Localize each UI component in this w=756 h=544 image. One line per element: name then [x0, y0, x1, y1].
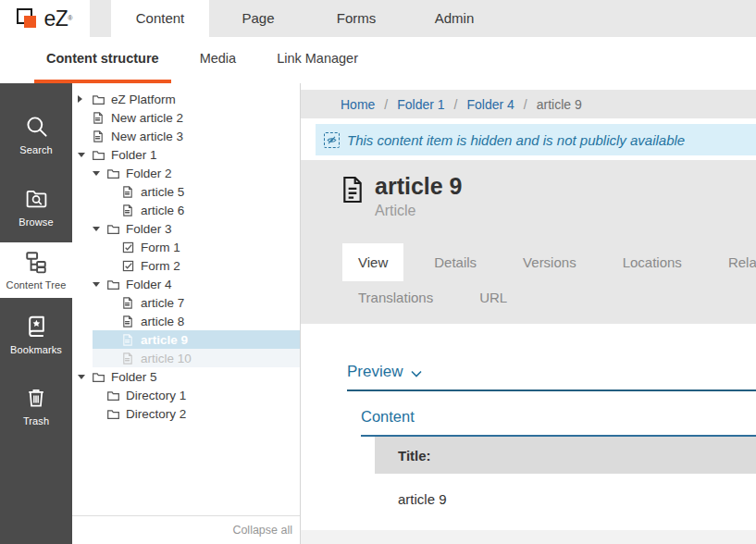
tree-item-article-9[interactable]: article 9	[72, 330, 300, 349]
tree-item-form-2[interactable]: Form 2	[72, 256, 300, 275]
breadcrumb-link-folder-4[interactable]: Folder 4	[467, 97, 514, 112]
content-tree-panel-list: eZ PlatformNew article 2New article 3Fol…	[72, 90, 300, 423]
tree-item-article-10[interactable]: article 10	[72, 349, 300, 367]
tree-indent	[78, 312, 93, 330]
page-title: article 9	[375, 173, 463, 199]
tree-indent	[78, 238, 93, 256]
folder-icon	[92, 93, 106, 106]
app-window: eZ ® Content Page Forms Admin Content st…	[0, 0, 756, 544]
article-icon	[92, 111, 106, 125]
breadcrumb-current-item: article 9	[537, 97, 582, 112]
collapse-arrow-icon[interactable]	[93, 282, 106, 287]
left-icon-sidebar: Search Browse	[0, 83, 72, 544]
tree-item-label: article 7	[141, 296, 184, 310]
tree-item-folder-1[interactable]: Folder 1	[72, 145, 300, 164]
tree-item-inner: article 9	[93, 330, 300, 349]
article-icon	[121, 315, 136, 328]
tree-indent	[93, 238, 107, 256]
article-icon	[121, 352, 136, 365]
sidebar-item-label: Content Tree	[6, 279, 67, 291]
tab-versions[interactable]: Versions	[507, 243, 592, 281]
article-icon	[121, 185, 136, 199]
topnav-tab-page[interactable]: Page	[209, 0, 307, 37]
tree-indent	[78, 182, 93, 201]
tree-item-new-article-2[interactable]: New article 2	[72, 108, 300, 127]
bookmarks-icon	[24, 314, 49, 339]
subnav-tab-link-manager[interactable]: Link Manager	[265, 37, 370, 83]
tree-item-inner: New article 2	[78, 108, 300, 127]
tree-item-folder-2[interactable]: Folder 2	[72, 164, 300, 182]
breadcrumb-link-folder-1[interactable]: Folder 1	[397, 97, 444, 112]
tree-indent	[78, 386, 93, 404]
tree-item-article-6[interactable]: article 6	[72, 201, 300, 219]
article-icon	[121, 204, 136, 217]
content-type-label: Article	[375, 203, 463, 219]
tree-indent	[93, 182, 107, 201]
collapse-arrow-icon[interactable]	[93, 227, 106, 231]
top-tabs: Content Page Forms Admin	[111, 0, 503, 37]
tree-item-inner: article 5	[93, 182, 300, 201]
tree-item-inner: article 10	[93, 349, 300, 367]
collapse-arrow-icon[interactable]	[93, 171, 106, 176]
tab-translations[interactable]: Translations	[342, 281, 449, 314]
tree-item-directory-2[interactable]: Directory 2	[72, 404, 300, 423]
preview-section-toggle[interactable]: Preview	[347, 363, 756, 391]
tree-indent	[93, 201, 107, 219]
expand-arrow-icon[interactable]	[78, 95, 92, 103]
topnav-tab-forms[interactable]: Forms	[307, 0, 405, 37]
tree-item-new-article-3[interactable]: New article 3	[72, 127, 300, 145]
tree-indent	[93, 312, 107, 330]
tree-item-label: Form 1	[141, 241, 180, 254]
sidebar-item-trash[interactable]: Trash	[0, 370, 72, 442]
tree-indent	[78, 349, 93, 367]
topnav-tab-content[interactable]: Content	[111, 0, 209, 37]
subnav-tab-content-structure[interactable]: Content structure	[34, 37, 171, 83]
sidebar-item-content-tree[interactable]: Content Tree	[0, 242, 72, 298]
tree-item-folder-5[interactable]: Folder 5	[72, 367, 300, 386]
tree-indent	[93, 349, 107, 367]
tree-item-inner: Directory 2	[78, 404, 300, 423]
tree-item-inner: eZ Platform	[78, 90, 300, 108]
sidebar-item-browse[interactable]: Browse	[0, 170, 72, 242]
hidden-eye-icon	[324, 132, 340, 148]
tree-item-form-1[interactable]: Form 1	[72, 238, 300, 256]
tree-item-article-7[interactable]: article 7	[72, 293, 300, 312]
form-icon	[121, 241, 136, 254]
tree-item-inner: article 7	[93, 293, 300, 312]
tree-item-article-5[interactable]: article 5	[72, 182, 300, 201]
tab-relations[interactable]: Relations	[713, 243, 756, 281]
tree-item-inner: article 8	[93, 312, 300, 330]
logo-text: eZ	[43, 6, 68, 31]
tree-indent	[78, 164, 93, 182]
ez-logo[interactable]: eZ ®	[0, 0, 90, 37]
sidebar-item-search[interactable]: Search	[0, 98, 72, 170]
collapse-arrow-icon[interactable]	[78, 153, 92, 157]
tab-locations[interactable]: Locations	[607, 243, 698, 281]
tree-item-inner: Folder 1	[78, 145, 300, 164]
collapse-all-button[interactable]: Collapse all	[72, 515, 300, 544]
tab-view[interactable]: View	[342, 243, 403, 281]
tab-details[interactable]: Details	[418, 243, 492, 281]
collapse-arrow-icon[interactable]	[78, 375, 92, 379]
tree-item-directory-1[interactable]: Directory 1	[72, 386, 300, 404]
content-header-block: article 9 Article View Details Versions …	[301, 160, 756, 324]
topnav-tab-admin[interactable]: Admin	[405, 0, 503, 37]
tree-item-label: New article 3	[111, 130, 183, 143]
tree-item-folder-4[interactable]: Folder 4	[72, 275, 300, 293]
tree-item-ez-platform[interactable]: eZ Platform	[72, 90, 300, 108]
tree-item-label: Directory 2	[126, 407, 186, 421]
content-tabs: View Details Versions Locations Relation…	[301, 243, 756, 314]
sidebar-item-label: Trash	[23, 415, 49, 427]
tree-item-label: article 10	[141, 352, 192, 365]
tree-item-label: article 9	[141, 333, 188, 347]
tree-item-label: Form 2	[141, 259, 180, 273]
subnav-tab-media[interactable]: Media	[188, 37, 249, 83]
breadcrumb-link-home[interactable]: Home	[341, 97, 375, 112]
tree-item-inner: Folder 2	[78, 164, 300, 182]
tree-item-inner: Folder 5	[78, 367, 300, 386]
article-document-icon	[341, 175, 365, 219]
sidebar-item-bookmarks[interactable]: Bookmarks	[0, 298, 72, 370]
tree-item-article-8[interactable]: article 8	[72, 312, 300, 330]
tree-item-folder-3[interactable]: Folder 3	[72, 219, 300, 238]
tab-url[interactable]: URL	[464, 281, 523, 314]
